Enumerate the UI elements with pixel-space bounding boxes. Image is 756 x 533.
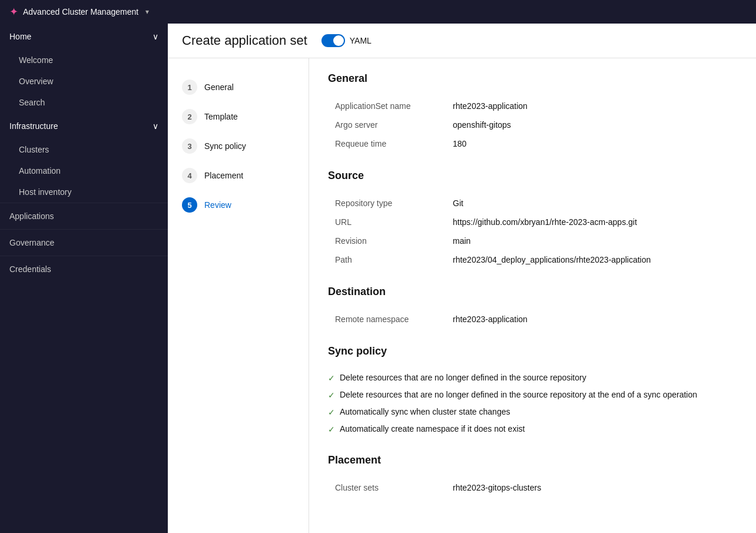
general-table: ApplicationSet name rhte2023-application… (328, 97, 737, 153)
field-label: Revision (328, 231, 446, 250)
yaml-label: YAML (350, 36, 372, 45)
sync-policy-item: ✓ Delete resources that are no longer de… (328, 386, 737, 403)
check-icon: ✓ (328, 425, 335, 434)
field-value: rhte2023-application (446, 310, 737, 329)
home-chevron-icon: ∨ (152, 32, 158, 41)
field-value: Git (446, 194, 737, 213)
sidebar-item-welcome[interactable]: Welcome (0, 49, 168, 71)
main-area: Create application set YAML 1 General 2 … (168, 24, 756, 533)
step-4-placement[interactable]: 4 Placement (168, 161, 309, 190)
home-label: Home (9, 32, 31, 41)
sidebar-item-clusters[interactable]: Clusters (0, 139, 168, 160)
sidebar-item-search[interactable]: Search (0, 92, 168, 113)
check-icon: ✓ (328, 373, 335, 383)
review-panel: General ApplicationSet name rhte2023-app… (309, 58, 756, 533)
step-3-label: Sync policy (204, 141, 246, 151)
step-3-number: 3 (182, 138, 197, 154)
page-header: Create application set YAML (168, 24, 756, 58)
general-section-title: General (328, 72, 737, 87)
field-value: rhte2023/04_deploy_applications/rhte2023… (446, 250, 737, 269)
yaml-toggle-container: YAML (321, 34, 372, 47)
step-5-label: Review (204, 200, 231, 210)
sync-policy-text: Delete resources that are no longer defi… (340, 390, 697, 399)
sidebar-item-overview[interactable]: Overview (0, 71, 168, 92)
field-label: Path (328, 250, 446, 269)
general-section: General ApplicationSet name rhte2023-app… (328, 72, 737, 153)
step-1-number: 1 (182, 80, 197, 95)
destination-section: Destination Remote namespace rhte2023-ap… (328, 286, 737, 329)
table-row: Path rhte2023/04_deploy_applications/rht… (328, 250, 737, 269)
table-row: Remote namespace rhte2023-application (328, 310, 737, 329)
step-4-number: 4 (182, 168, 197, 183)
sidebar-section-infrastructure: Infrastructure ∨ Clusters Automation Hos… (0, 113, 168, 203)
check-icon: ✓ (328, 390, 335, 400)
source-table: Repository type Git URL https://github.c… (328, 194, 737, 269)
field-value: rhte2023-application (446, 97, 737, 115)
sync-policy-item: ✓ Automatically create namespace if it d… (328, 421, 737, 438)
step-5-number: 5 (182, 197, 197, 213)
field-label: Requeue time (328, 134, 446, 153)
field-label: ApplicationSet name (328, 97, 446, 115)
sidebar-item-host-inventory[interactable]: Host inventory (0, 181, 168, 203)
field-label: Argo server (328, 115, 446, 134)
app-menu-chevron[interactable]: ▾ (145, 8, 149, 16)
logo-icon: ✦ (9, 5, 18, 18)
sidebar-item-automation[interactable]: Automation (0, 160, 168, 181)
sync-policy-text: Delete resources that are no longer defi… (340, 373, 586, 382)
sync-policy-item: ✓ Automatically sync when cluster state … (328, 403, 737, 421)
sidebar-section-header-home[interactable]: Home ∨ (0, 24, 168, 49)
sidebar-section-home: Home ∨ Welcome Overview Search (0, 24, 168, 113)
sync-policy-section: Sync policy ✓ Delete resources that are … (328, 345, 737, 438)
sidebar-item-applications[interactable]: Applications (0, 203, 168, 229)
table-row: Cluster sets rhte2023-gitops-clusters (328, 478, 737, 497)
table-row: Revision main (328, 231, 737, 250)
placement-section-title: Placement (328, 454, 737, 469)
infrastructure-label: Infrastructure (9, 121, 58, 131)
field-label: Remote namespace (328, 310, 446, 329)
field-value: 180 (446, 134, 737, 153)
sidebar-section-header-infrastructure[interactable]: Infrastructure ∨ (0, 113, 168, 139)
yaml-toggle-switch[interactable] (321, 34, 345, 47)
page-title: Create application set (182, 33, 307, 48)
step-2-label: Template (204, 112, 238, 121)
infrastructure-chevron-icon: ∨ (152, 121, 158, 131)
field-value: rhte2023-gitops-clusters (446, 478, 737, 497)
table-row: ApplicationSet name rhte2023-application (328, 97, 737, 115)
field-label: Cluster sets (328, 478, 446, 497)
sync-policy-text: Automatically sync when cluster state ch… (340, 407, 510, 416)
sync-policy-list: ✓ Delete resources that are no longer de… (328, 369, 737, 438)
field-label: URL (328, 213, 446, 231)
table-row: URL https://github.com/xbryan1/rhte-2023… (328, 213, 737, 231)
content-area: 1 General 2 Template 3 Sync policy 4 Pla… (168, 58, 756, 533)
steps-sidebar: 1 General 2 Template 3 Sync policy 4 Pla… (168, 58, 309, 533)
field-value: https://github.com/xbryan1/rhte-2023-acm… (446, 213, 737, 231)
table-row: Argo server openshift-gitops (328, 115, 737, 134)
sidebar-item-credentials[interactable]: Credentials (0, 256, 168, 282)
table-row: Requeue time 180 (328, 134, 737, 153)
sidebar: Home ∨ Welcome Overview Search Infrastru… (0, 24, 168, 533)
step-4-label: Placement (204, 171, 243, 180)
source-section: Source Repository type Git URL https://g… (328, 170, 737, 269)
sync-policy-text: Automatically create namespace if it doe… (340, 424, 525, 433)
sync-policy-item: ✓ Delete resources that are no longer de… (328, 369, 737, 386)
field-value: openshift-gitops (446, 115, 737, 134)
step-5-review[interactable]: 5 Review (168, 190, 309, 220)
field-value: main (446, 231, 737, 250)
source-section-title: Source (328, 170, 737, 184)
step-2-template[interactable]: 2 Template (168, 102, 309, 131)
top-bar: ✦ Advanced Cluster Management ▾ (0, 0, 756, 24)
app-title: Advanced Cluster Management (23, 7, 138, 16)
step-3-sync-policy[interactable]: 3 Sync policy (168, 131, 309, 161)
step-1-label: General (204, 82, 234, 92)
placement-section: Placement Cluster sets rhte2023-gitops-c… (328, 454, 737, 497)
destination-table: Remote namespace rhte2023-application (328, 310, 737, 329)
table-row: Repository type Git (328, 194, 737, 213)
step-1-general[interactable]: 1 General (168, 72, 309, 102)
check-icon: ✓ (328, 408, 335, 417)
destination-section-title: Destination (328, 286, 737, 300)
placement-table: Cluster sets rhte2023-gitops-clusters (328, 478, 737, 497)
field-label: Repository type (328, 194, 446, 213)
sidebar-item-governance[interactable]: Governance (0, 229, 168, 256)
sync-policy-section-title: Sync policy (328, 345, 737, 360)
toggle-knob (333, 35, 344, 46)
